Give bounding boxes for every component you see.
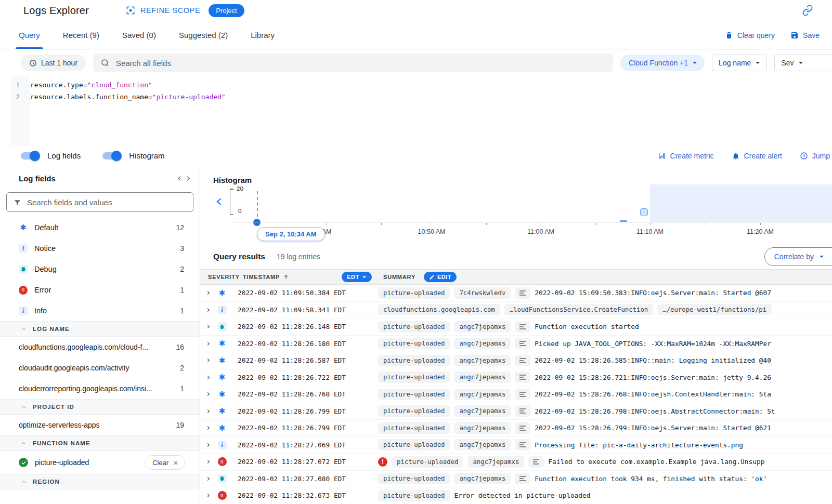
log-field-item[interactable]: clouderrorreporting.googleapis.com/insi.… — [0, 378, 200, 399]
summary-chip[interactable]: angc7jepamxs — [454, 422, 511, 434]
log-entry-row[interactable]: ✱2022-09-02 11:28:26.587 EDTpicture-uplo… — [200, 352, 832, 369]
filter-chip-resource-type[interactable]: Cloud Function +1 — [620, 55, 705, 71]
filter-chip-log-name[interactable]: Log name — [712, 55, 767, 71]
filter-chip-severity[interactable]: Sev — [774, 55, 832, 71]
log-field-severity-notice[interactable]: iNotice3 — [0, 238, 200, 259]
edit-summary-button[interactable]: EDIT — [424, 272, 457, 282]
log-entry-row[interactable]: !!2022-09-02 11:28:32.673 EDTpicture-upl… — [200, 487, 832, 504]
log-lines-icon[interactable] — [515, 287, 530, 299]
histogram-highlighted-region[interactable] — [650, 184, 832, 222]
summary-chip[interactable]: angc7jepamxs — [454, 405, 511, 417]
summary-chip[interactable]: angc7jepamxs — [454, 355, 511, 366]
summary-chip[interactable]: angc7jepamxs — [454, 338, 511, 349]
histogram-toggle[interactable]: Histogram — [102, 151, 164, 160]
log-lines-icon[interactable] — [515, 338, 530, 349]
log-lines-icon[interactable] — [515, 405, 530, 417]
create-metric-button[interactable]: Create metric — [658, 152, 714, 160]
summary-chip[interactable]: cloudfunctions.googleapis.com — [378, 304, 500, 315]
expand-row-icon[interactable] — [200, 493, 213, 498]
summary-chip[interactable]: picture-uploaded — [378, 372, 450, 383]
expand-row-icon[interactable] — [200, 290, 213, 296]
expand-row-icon[interactable] — [200, 357, 213, 363]
summary-chip[interactable]: picture-uploaded — [378, 321, 450, 333]
log-lines-icon[interactable] — [515, 321, 530, 333]
summary-chip[interactable]: 7c4rwskwledv — [454, 287, 511, 299]
expand-row-icon[interactable] — [200, 442, 213, 448]
histogram-scroll-left-button[interactable] — [214, 196, 225, 207]
log-entry-row[interactable]: ✱2022-09-02 11:28:26.768 EDTpicture-uplo… — [200, 386, 832, 403]
expand-row-icon[interactable] — [200, 341, 213, 347]
log-field-item[interactable]: optimize-serverless-apps19 — [0, 415, 200, 435]
summary-chip[interactable]: angc7jepamxs — [467, 456, 524, 468]
log-entry-row[interactable]: 2022-09-02 11:28:27.080 EDTpicture-uploa… — [200, 471, 832, 488]
sort-ascending-icon[interactable] — [283, 274, 289, 280]
expand-row-icon[interactable] — [200, 324, 213, 329]
tab-suggested[interactable]: Suggested (2) — [179, 21, 228, 49]
log-lines-icon[interactable] — [515, 355, 530, 366]
tab-saved[interactable]: Saved (0) — [122, 21, 156, 49]
correlate-by-button[interactable]: Correlate by — [764, 247, 832, 266]
log-lines-icon[interactable] — [515, 439, 530, 450]
expand-row-icon[interactable] — [200, 375, 213, 380]
fields-search-box[interactable] — [6, 192, 193, 212]
section-header-function-name[interactable]: FUNCTION NAME — [0, 435, 200, 451]
log-lines-icon[interactable] — [515, 473, 530, 484]
clear-query-button[interactable]: Clear query — [725, 31, 775, 39]
panel-resize-controls[interactable] — [176, 175, 191, 182]
section-header-region[interactable]: REGION — [0, 474, 200, 489]
log-entry-row[interactable]: ✱2022-09-02 11:28:26.722 EDTpicture-uplo… — [200, 369, 832, 387]
summary-chip[interactable]: …loudFunctionsService.CreateFunction — [504, 304, 654, 315]
selection-start-handle[interactable] — [253, 219, 261, 226]
share-link-icon[interactable] — [802, 5, 813, 16]
expand-row-icon[interactable] — [200, 459, 213, 465]
expand-row-icon[interactable] — [200, 408, 213, 414]
expand-row-icon[interactable] — [200, 391, 213, 397]
log-fields-toggle[interactable]: Log fields — [21, 151, 81, 160]
summary-chip[interactable]: picture-uploaded — [378, 389, 450, 400]
query-editor[interactable]: 1resource.type="cloud_function"2resource… — [0, 76, 832, 145]
log-lines-icon[interactable] — [515, 372, 530, 383]
jump-to-now-button[interactable]: Jump — [800, 152, 830, 160]
log-lines-icon[interactable] — [515, 389, 530, 400]
log-field-item[interactable]: cloudfunctions.googleapis.com/cloud-f...… — [0, 337, 200, 357]
log-lines-icon[interactable] — [528, 456, 544, 468]
summary-chip[interactable]: picture-uploaded — [392, 456, 463, 468]
save-button[interactable]: Save — [790, 31, 820, 39]
summary-chip[interactable]: angc7jepamxs — [454, 439, 511, 450]
log-field-severity-error[interactable]: !!Error1 — [0, 280, 200, 300]
summary-chip[interactable]: picture-uploaded — [378, 439, 450, 450]
hist​ogram-plot[interactable] — [234, 187, 832, 222]
log-entry-row[interactable]: ✱2022-09-02 11:28:26.180 EDTpicture-uplo… — [200, 336, 832, 353]
log-entry-row[interactable]: i2022-09-02 11:09:58.341 EDTcloudfunctio… — [200, 302, 832, 319]
clear-filter-button[interactable]: Clear× — [145, 455, 185, 470]
tab-library[interactable]: Library — [251, 21, 275, 49]
log-field-item[interactable]: cloudaudit.googleapis.com/activity2 — [0, 357, 200, 378]
summary-chip[interactable]: picture-uploaded — [378, 490, 450, 501]
scope-project-badge[interactable]: Project — [209, 4, 244, 17]
log-field-severity-default[interactable]: ✱Default12 — [0, 217, 200, 238]
timezone-selector-button[interactable]: EDT — [342, 272, 372, 282]
create-alert-button[interactable]: Create alert — [732, 152, 782, 160]
log-entry-row[interactable]: 2022-09-02 11:28:26.148 EDTpicture-uploa… — [200, 319, 832, 336]
summary-chip[interactable]: picture-uploaded — [378, 287, 450, 299]
expand-row-icon[interactable] — [200, 476, 213, 482]
summary-chip[interactable]: angc7jepamxs — [454, 321, 511, 333]
tab-query[interactable]: Query — [19, 21, 40, 49]
log-field-severity-debug[interactable]: Debug2 — [0, 259, 200, 280]
log-field-severity-info[interactable]: iInfo1 — [0, 300, 200, 321]
tab-recent[interactable]: Recent (9) — [63, 21, 99, 49]
log-entry-row[interactable]: ✱2022-09-02 11:28:26.799 EDTpicture-uplo… — [200, 403, 832, 420]
fields-search-input[interactable] — [27, 198, 186, 207]
search-all-fields-box[interactable] — [93, 54, 613, 72]
log-entry-row[interactable]: !!2022-09-02 11:28:27.072 EDT!picture-up… — [200, 454, 832, 471]
log-lines-icon[interactable] — [515, 422, 530, 434]
section-header-project-id[interactable]: PROJECT ID — [0, 399, 200, 415]
search-input[interactable] — [116, 59, 606, 68]
summary-chip[interactable]: picture-uploaded — [378, 405, 450, 417]
summary-chip[interactable]: angc7jepamxs — [454, 372, 511, 383]
summary-chip[interactable]: picture-uploaded — [378, 422, 450, 434]
expand-row-icon[interactable] — [200, 307, 213, 313]
summary-chip[interactable]: picture-uploaded — [378, 473, 450, 484]
summary-chip[interactable]: angc7jepamxs — [454, 473, 511, 484]
log-entry-row[interactable]: i2022-09-02 11:28:27.069 EDTpicture-uplo… — [200, 437, 832, 454]
